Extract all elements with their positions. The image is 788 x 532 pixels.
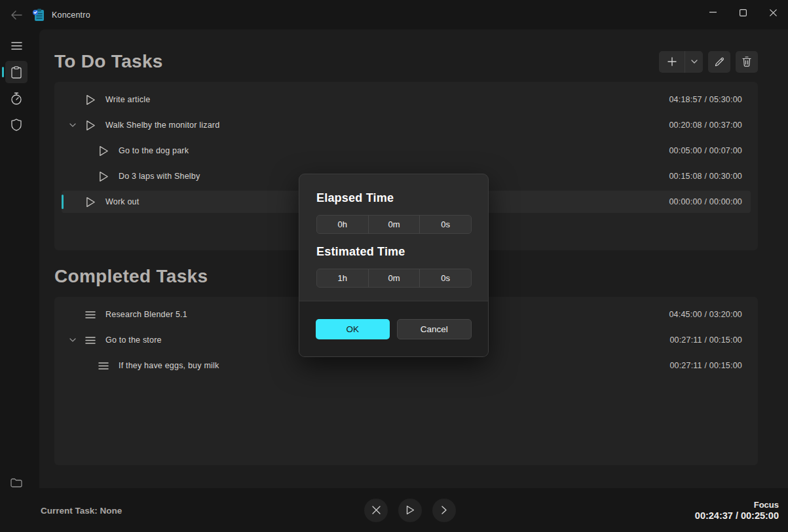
ok-button[interactable]: OK <box>316 319 390 339</box>
bottombar: Current Task: None Focus 00:24:37 / 00:2… <box>0 488 788 532</box>
window-controls <box>698 0 788 25</box>
sidebar-menu-button[interactable] <box>5 35 28 57</box>
selected-task-indicator <box>62 195 64 209</box>
task-label: Go to the dog park <box>119 146 669 155</box>
focus-status: Focus 00:24:37 / 00:25:00 <box>695 500 779 521</box>
task-label: Write article <box>105 95 669 104</box>
close-button[interactable] <box>758 0 788 25</box>
maximize-icon <box>740 9 747 16</box>
task-play-icon[interactable] <box>84 120 96 131</box>
drag-handle-icon[interactable] <box>84 337 96 344</box>
add-task-button[interactable] <box>659 51 685 73</box>
task-row[interactable]: If they have eggs, buy milk00:27:11 / 00… <box>62 354 751 377</box>
sidebar-item-shield[interactable] <box>5 113 28 136</box>
task-time: 04:45:00 / 03:20:00 <box>669 310 742 319</box>
task-row[interactable]: Write article04:18:57 / 05:30:00 <box>62 88 751 111</box>
add-task-split-button <box>659 51 703 73</box>
estimated-time-segments: 1h0m0s <box>316 269 472 288</box>
edit-pencil-icon <box>715 57 724 67</box>
focus-mode-label: Focus <box>695 500 779 510</box>
current-task-label: Current Task: None <box>41 505 122 515</box>
back-arrow-icon <box>11 10 22 20</box>
task-row[interactable]: Walk Shelby the monitor lizard00:20:08 /… <box>62 114 751 136</box>
task-time: 00:27:11 / 00:15:00 <box>669 335 742 345</box>
sidebar-item-timer[interactable] <box>5 87 28 109</box>
edit-task-button[interactable] <box>708 51 730 73</box>
maximize-button[interactable] <box>728 0 758 25</box>
add-plus-icon <box>667 57 677 66</box>
estimated-seconds-segment[interactable]: 0s <box>419 269 471 287</box>
chevron-down-icon[interactable] <box>69 123 84 127</box>
app-title: Koncentro <box>52 10 90 20</box>
task-play-icon[interactable] <box>98 171 109 182</box>
task-row[interactable]: Go to the dog park00:05:00 / 00:07:00 <box>62 140 751 162</box>
elapsed-seconds-segment[interactable]: 0s <box>419 216 471 233</box>
task-time: 00:27:11 / 00:15:00 <box>669 361 742 370</box>
estimated-minutes-segment[interactable]: 0m <box>368 269 420 287</box>
completed-heading: Completed Tasks <box>54 266 208 287</box>
playback-controls <box>364 499 456 522</box>
task-time: 00:15:08 / 00:30:00 <box>669 172 742 181</box>
todo-section-header: To Do Tasks <box>54 49 758 74</box>
focus-timer: 00:24:37 / 00:25:00 <box>695 510 779 521</box>
folder-icon <box>10 478 22 487</box>
titlebar: Koncentro <box>0 0 788 29</box>
chevron-down-icon[interactable] <box>69 338 84 342</box>
task-time: 04:18:57 / 05:30:00 <box>669 95 742 104</box>
tasks-clipboard-icon <box>11 66 22 79</box>
skip-button[interactable] <box>432 499 456 522</box>
task-label: If they have eggs, buy milk <box>119 361 669 370</box>
task-time: 00:20:08 / 00:37:00 <box>669 121 742 130</box>
delete-task-button[interactable] <box>736 51 758 73</box>
app-logo-icon <box>32 8 46 22</box>
task-play-icon[interactable] <box>84 94 96 105</box>
menu-icon <box>11 42 22 50</box>
sidebar-selected-indicator <box>2 67 4 77</box>
task-play-icon[interactable] <box>98 145 109 157</box>
elapsed-hours-segment[interactable]: 0h <box>317 216 368 233</box>
sidebar <box>0 29 39 532</box>
minimize-icon <box>709 12 717 13</box>
close-icon <box>770 9 777 16</box>
task-toolbar <box>659 51 758 73</box>
sidebar-item-tasks[interactable] <box>5 61 28 83</box>
skip-next-icon <box>441 506 447 514</box>
shield-icon <box>11 119 22 131</box>
add-task-dropdown-button[interactable] <box>685 51 703 73</box>
task-time: 00:05:00 / 00:07:00 <box>669 146 742 155</box>
stop-x-icon <box>372 506 381 514</box>
play-icon <box>406 505 415 515</box>
elapsed-time-label: Elapsed Time <box>316 191 472 205</box>
time-edit-dialog: Elapsed Time 0h0m0s Estimated Time 1h0m0… <box>299 174 489 357</box>
task-play-icon[interactable] <box>84 197 96 208</box>
minimize-button[interactable] <box>698 0 728 25</box>
delete-trash-icon <box>742 56 751 67</box>
elapsed-time-segments: 0h0m0s <box>316 215 472 234</box>
todo-heading: To Do Tasks <box>54 51 163 72</box>
estimated-hours-segment[interactable]: 1h <box>317 269 368 287</box>
task-label: Walk Shelby the monitor lizard <box>105 121 669 130</box>
dialog-body: Elapsed Time 0h0m0s Estimated Time 1h0m0… <box>299 174 488 288</box>
elapsed-minutes-segment[interactable]: 0m <box>368 216 420 233</box>
stop-button[interactable] <box>364 499 388 522</box>
timer-icon <box>10 92 22 105</box>
chevron-down-icon <box>691 60 698 64</box>
estimated-time-label: Estimated Time <box>316 245 472 259</box>
play-button[interactable] <box>398 499 422 522</box>
task-time: 00:00:00 / 00:00:00 <box>669 197 742 206</box>
drag-handle-icon[interactable] <box>84 311 96 318</box>
dialog-footer: OK Cancel <box>299 301 488 356</box>
drag-handle-icon[interactable] <box>98 362 109 370</box>
back-button[interactable] <box>7 5 26 25</box>
cancel-button[interactable]: Cancel <box>397 319 472 339</box>
